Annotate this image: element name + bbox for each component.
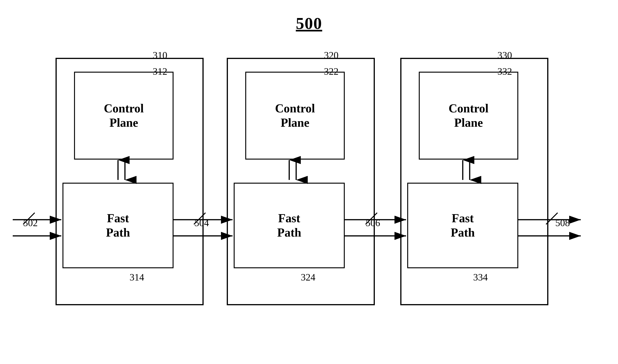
- ref-334: 334: [473, 272, 488, 283]
- ref-504: 504: [194, 217, 209, 229]
- ref-322: 322: [324, 66, 339, 77]
- ref-508: 508: [555, 217, 570, 229]
- ref-332: 332: [498, 66, 512, 77]
- main-title: 500: [296, 14, 322, 33]
- ref-324: 324: [301, 272, 315, 283]
- node2-fast-path: FastPath: [234, 183, 345, 268]
- node3-control-plane: ControlPlane: [419, 72, 518, 160]
- ref-320: 320: [324, 50, 339, 61]
- ref-502: 502: [23, 217, 38, 229]
- node3-cp-label: ControlPlane: [449, 101, 488, 130]
- ref-310: 310: [153, 50, 167, 61]
- node1-fp-label: FastPath: [106, 211, 130, 240]
- node3-fp-label: FastPath: [451, 211, 475, 240]
- ref-312: 312: [153, 66, 167, 77]
- ref-506: 506: [366, 217, 380, 229]
- node2-control-plane: ControlPlane: [245, 72, 345, 160]
- node1-fast-path: FastPath: [63, 183, 173, 268]
- node2-cp-label: ControlPlane: [275, 101, 315, 130]
- ref-330: 330: [498, 50, 512, 61]
- node1-cp-label: ControlPlane: [104, 101, 144, 130]
- ref-314: 314: [130, 272, 144, 283]
- node3-fast-path: FastPath: [407, 183, 518, 268]
- node1-control-plane: ControlPlane: [74, 72, 173, 160]
- node2-fp-label: FastPath: [277, 211, 301, 240]
- diagram-container: 500 ControlPlane FastPath 310 312 314 Co…: [0, 0, 618, 364]
